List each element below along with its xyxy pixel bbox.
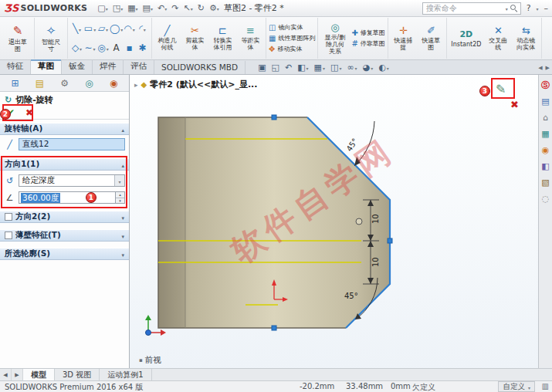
view-palette-icon[interactable]: ▦	[541, 130, 549, 139]
custom-units-dropdown[interactable]: 自定义	[498, 381, 535, 392]
view-orientation-button[interactable]: ▦	[314, 63, 325, 73]
selection-handle[interactable]	[272, 115, 276, 120]
tab-model[interactable]: 模型	[23, 369, 55, 380]
dynamic-mirror-button[interactable]: ⇆ 动态镜 向实体	[513, 19, 539, 59]
confirmation-corner-ok-button[interactable]: ✎	[496, 82, 506, 96]
tab-scroll-prev-icon[interactable]: ◀	[0, 369, 12, 380]
intersection-curve-button[interactable]: ✕ 交叉曲 线	[486, 19, 511, 59]
arc-button[interactable]: ◠	[124, 23, 135, 34]
reverse-direction-icon[interactable]: ↺	[4, 176, 15, 186]
linear-sketch-pattern-button[interactable]: ▦线性草图阵列	[269, 34, 315, 42]
print-button[interactable]: ▤	[141, 2, 155, 15]
circle-button[interactable]: ◯	[110, 23, 123, 34]
tab-scroll-next-icon[interactable]: ▶	[12, 369, 23, 380]
offset-entities-button[interactable]: ≡ 等距实 体	[238, 19, 263, 59]
sketch-pattern-button[interactable]: ✱	[138, 42, 146, 53]
tab-motion-study[interactable]: 运动算例1	[100, 369, 151, 380]
graphics-viewport[interactable]: 10 10 45° 45° 软件自学网 ▸ ◆ 零件2 (默认<<默认>_显..…	[130, 75, 538, 368]
tab-solidworks-mbd[interactable]: SOLIDWORKS MBD	[154, 61, 246, 74]
rebuild-button[interactable]: ↻	[195, 2, 207, 15]
move-entities-button[interactable]: ✥移动实体	[269, 45, 315, 53]
cancel-button[interactable]: ✖	[25, 108, 33, 117]
line-button[interactable]: ╲	[73, 23, 81, 34]
display-style-button[interactable]: ◫	[330, 63, 341, 73]
spinner-down-icon[interactable]	[116, 198, 124, 204]
hide-show-items-button[interactable]: ∞	[347, 63, 357, 73]
sketch-text-button[interactable]: A	[113, 42, 119, 53]
select-button[interactable]: ↖	[181, 2, 195, 15]
polygon-button[interactable]: ◇	[72, 42, 82, 53]
confirmation-corner-cancel-button[interactable]: ✖	[510, 99, 519, 110]
direction2-section[interactable]: 方向2(2)	[0, 211, 129, 223]
expand-chevron-icon[interactable]	[121, 231, 124, 240]
end-condition-dropdown[interactable]: 给定深度	[19, 174, 125, 187]
quick-snaps-button[interactable]: ✛ 快速捕 捉	[391, 19, 416, 59]
smart-dimension-button[interactable]: ✧ 智能尺 寸	[37, 19, 65, 59]
collapse-window-button[interactable]: –	[544, 3, 549, 13]
angle-45-bottom[interactable]: 45°	[344, 292, 358, 300]
sketch-point[interactable]	[356, 218, 362, 225]
rapid-sketch-button[interactable]: ✐ 快速草 图	[418, 19, 444, 59]
tab-features[interactable]: 特征	[0, 59, 31, 74]
collapse-chevron-icon[interactable]	[121, 160, 124, 169]
edit-appearance-button[interactable]: ◕	[363, 63, 374, 73]
propertymanager-tab-icon[interactable]: ▤	[36, 78, 44, 89]
tab-3d-views[interactable]: 3D 视图	[55, 369, 100, 380]
construction-geometry-button[interactable]: ╱ 构造几 何线	[154, 19, 180, 59]
selected-contours-section[interactable]: 所选轮廓(S)	[0, 248, 129, 260]
appearances-icon[interactable]: ◉	[542, 146, 550, 155]
custom-properties-icon[interactable]: ▧	[541, 178, 549, 188]
flyout-tree-arrow-icon[interactable]: ▸	[134, 81, 138, 89]
expand-chevron-icon[interactable]	[121, 212, 124, 221]
zoom-fit-button[interactable]: ▣	[258, 63, 266, 73]
tab-evaluate[interactable]: 评估	[124, 59, 154, 74]
thin-feature-section[interactable]: 薄壁特征(T)	[0, 229, 129, 242]
pane-prev-arrow-icon[interactable]: ◀	[538, 65, 542, 71]
save-button[interactable]: ▦	[125, 2, 140, 15]
axis-of-revolution-section[interactable]: 旋转轴(A)	[0, 123, 129, 135]
section-view-button[interactable]: ◧	[297, 63, 308, 73]
expand-chevron-icon[interactable]	[121, 249, 124, 259]
help-button[interactable]: ?	[527, 3, 531, 13]
previous-view-button[interactable]: ↶	[285, 63, 292, 73]
command-search[interactable]	[422, 2, 521, 15]
direction2-checkbox[interactable]	[5, 213, 12, 221]
tab-sheet-metal[interactable]: 钣金	[62, 59, 93, 74]
forum-icon[interactable]: ◌	[542, 194, 550, 204]
open-file-button[interactable]: ◳	[110, 2, 125, 15]
tab-sketch[interactable]: 草图	[31, 59, 62, 74]
options-button[interactable]: ⚙	[207, 2, 222, 15]
undo-button[interactable]: ↶	[155, 2, 169, 15]
displaymanager-tab-icon[interactable]: ◉	[110, 78, 117, 89]
exit-sketch-button[interactable]: ✎ 退出草 图	[4, 19, 32, 59]
status-options-icon[interactable]: ▥	[542, 382, 549, 390]
new-file-button[interactable]: ▢	[95, 2, 110, 15]
featuremanager-tab-icon[interactable]: ⊞	[12, 78, 19, 89]
apply-scene-button[interactable]: ◐	[378, 63, 389, 73]
instant2d-button[interactable]: 2D Instant2D	[449, 19, 483, 59]
trim-entities-button[interactable]: ✂ 剪裁实 体	[182, 19, 208, 59]
direction1-section[interactable]: 方向1(1)	[0, 158, 129, 171]
dimension-10-lower[interactable]: 10	[371, 257, 380, 267]
help-dropdown-icon[interactable]	[536, 3, 538, 13]
zoom-area-button[interactable]: ◱	[272, 63, 279, 73]
mirror-entities-button[interactable]: ◫镜向实体	[269, 23, 315, 32]
slot-button[interactable]: ▱	[98, 23, 108, 34]
search-scope-arrow-icon[interactable]	[506, 3, 508, 13]
search-icon[interactable]	[510, 5, 517, 12]
file-explorer-icon[interactable]: ⌂	[543, 113, 548, 123]
spline-button[interactable]: ∼	[84, 42, 95, 53]
selection-handle[interactable]	[272, 326, 276, 330]
dimxpertmanager-tab-icon[interactable]: ◎	[85, 78, 93, 89]
convert-entities-button[interactable]: ⊏ 转换实 体引用	[210, 19, 235, 59]
tab-weldments[interactable]: 焊件	[93, 59, 124, 74]
search-input[interactable]	[426, 4, 503, 12]
angle-spinner[interactable]	[116, 191, 125, 204]
display-delete-relations-button[interactable]: ◎ 显示/删 除几何 关系	[320, 19, 349, 59]
breadcrumb[interactable]: ▸ ◆ 零件2 (默认<<默认>_显...	[134, 79, 257, 90]
sketch-fillet-button[interactable]: ◜	[139, 23, 146, 34]
axis-selection-field[interactable]: 直线12	[19, 138, 125, 150]
selection-handle[interactable]	[388, 238, 392, 243]
configurationmanager-tab-icon[interactable]: ⚙	[60, 78, 69, 89]
ellipse-button[interactable]: ◎	[97, 42, 109, 53]
